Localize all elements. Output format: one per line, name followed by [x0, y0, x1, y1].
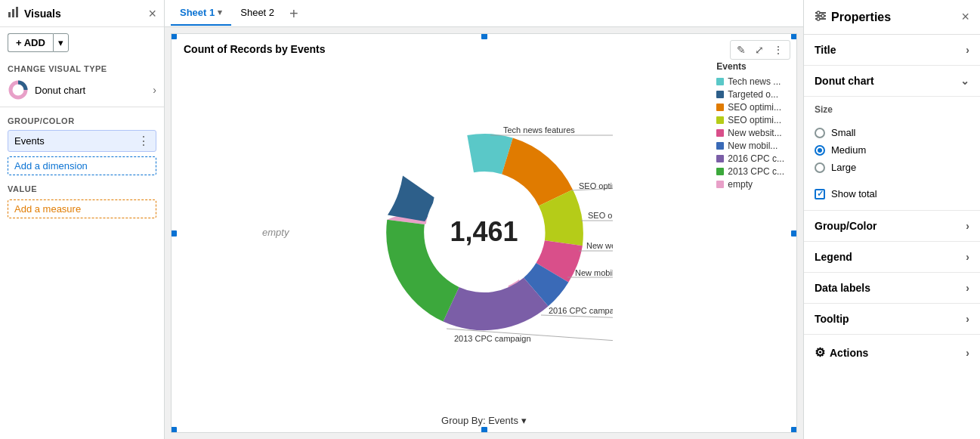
group-color-label: GROUP/COLOR: [0, 110, 164, 128]
size-medium-row[interactable]: Medium: [815, 144, 969, 156]
svg-point-23: [817, 17, 820, 20]
visual-type-left: Donut chart: [8, 79, 85, 100]
prop-chevron-actions-icon: ›: [966, 347, 969, 359]
tabs-bar: Sheet 1 ▾ Sheet 2 +: [165, 0, 803, 27]
size-small-row[interactable]: Small: [815, 127, 969, 138]
tab-sheet-1[interactable]: Sheet 1 ▾: [171, 1, 231, 26]
size-label: Size: [815, 104, 969, 115]
size-medium-label: Medium: [831, 144, 866, 156]
donut-inner-circle: [425, 173, 543, 291]
right-panel: Properties × Title › Donut chart ⌄ Size …: [803, 0, 980, 439]
svg-text:2016 CPC campaign: 2016 CPC campaign: [549, 306, 613, 315]
donut-chart-icon: [8, 79, 29, 100]
svg-rect-2: [16, 7, 18, 17]
group-by-caret-icon[interactable]: ▾: [521, 415, 527, 426]
svg-text:New website promo: New website promo: [586, 241, 613, 250]
tab-sheet-2[interactable]: Sheet 2: [231, 1, 283, 26]
actions-icon: ⚙: [815, 345, 825, 360]
visual-type-row[interactable]: Donut chart ›: [0, 76, 164, 104]
prop-section-data-labels: Data labels ›: [804, 273, 980, 304]
svg-rect-1: [12, 9, 14, 17]
add-button-group: + ADD ▾: [8, 33, 156, 52]
svg-text:2013 CPC campaign: 2013 CPC campaign: [454, 334, 531, 343]
show-total-row[interactable]: ✓ Show total: [815, 185, 969, 202]
prop-section-group-color-header[interactable]: Group/Color ›: [804, 211, 980, 241]
left-panel-header: Visuals ×: [0, 0, 164, 27]
prop-section-data-labels-header[interactable]: Data labels ›: [804, 273, 980, 303]
resize-handle-bm[interactable]: [481, 427, 487, 433]
show-total-checkbox[interactable]: ✓: [815, 189, 825, 199]
tab-add-button[interactable]: +: [283, 6, 305, 21]
add-button[interactable]: + ADD: [8, 33, 53, 52]
checkbox-check-icon: ✓: [817, 189, 824, 199]
actions-label: Actions: [830, 347, 868, 359]
size-large-label: Large: [831, 162, 856, 173]
properties-icon: [815, 10, 827, 25]
show-total-label: Show total: [831, 188, 877, 199]
prop-chevron-tooltip-icon: ›: [966, 313, 969, 325]
resize-handle-tl[interactable]: [171, 33, 177, 39]
value-label: VALUE: [0, 178, 164, 196]
prop-section-title-header[interactable]: Title ›: [804, 35, 980, 65]
empty-chart-label: empty: [262, 226, 289, 237]
main-area: Sheet 1 ▾ Sheet 2 + Count of Records by …: [165, 0, 803, 439]
events-field-pill[interactable]: Events ⋮: [8, 130, 156, 152]
prop-section-legend: Legend ›: [804, 242, 980, 273]
prop-chevron-data-labels-icon: ›: [966, 282, 969, 294]
svg-point-21: [817, 11, 820, 14]
svg-text:SEO optimization v2: SEO optimization v2: [579, 181, 613, 190]
change-visual-type-label: CHANGE VISUAL TYPE: [0, 58, 164, 76]
chart-container: Count of Records by Events ✎ ⤢ ⋮ Events …: [171, 33, 797, 433]
divider-1: [0, 107, 164, 107]
left-panel: Visuals × + ADD ▾ CHANGE VISUAL TYPE Don…: [0, 0, 165, 439]
right-panel-header: Properties ×: [804, 0, 980, 35]
visuals-icon: [8, 6, 20, 20]
resize-handle-tm[interactable]: [481, 33, 487, 39]
resize-handle-tr[interactable]: [791, 33, 797, 39]
left-panel-close-button[interactable]: ×: [148, 7, 156, 20]
prop-section-donut: Donut chart ⌄ Size Small Medium Large: [804, 66, 980, 211]
chart-content: Tech news features SEO optimization v2 S…: [172, 55, 796, 408]
add-caret-button[interactable]: ▾: [53, 33, 69, 52]
size-small-label: Small: [831, 127, 856, 138]
prop-section-tooltip-header[interactable]: Tooltip ›: [804, 304, 980, 334]
add-measure-button[interactable]: Add a measure: [8, 199, 156, 218]
svg-text:SEO optimization v1: SEO optimization v1: [588, 211, 613, 220]
donut-segment-targeted[interactable]: [388, 175, 434, 221]
left-panel-title: Visuals: [8, 6, 61, 20]
prop-section-title: Title ›: [804, 35, 980, 66]
tab-sheet-1-caret-icon[interactable]: ▾: [218, 8, 222, 17]
field-pill-menu-button[interactable]: ⋮: [138, 134, 150, 148]
group-by-label: Group By: Events: [441, 415, 518, 426]
right-panel-title: Properties: [815, 10, 891, 25]
add-dimension-button[interactable]: Add a dimension: [8, 156, 156, 175]
prop-chevron-title-icon: ›: [966, 44, 969, 56]
resize-handle-br[interactable]: [791, 427, 797, 433]
donut-svg: Tech news features SEO optimization v2 S…: [356, 104, 613, 360]
actions-left: ⚙ Actions: [815, 345, 868, 360]
prop-chevron-legend-icon: ›: [966, 251, 969, 263]
radio-large[interactable]: [815, 162, 825, 173]
size-large-row[interactable]: Large: [815, 162, 969, 173]
donut-wrapper: Tech news features SEO optimization v2 S…: [356, 104, 613, 360]
svg-text:Tech news features: Tech news features: [503, 125, 575, 134]
prop-chevron-group-icon: ›: [966, 220, 969, 232]
right-panel-close-button[interactable]: ×: [961, 9, 969, 25]
svg-point-22: [821, 14, 824, 17]
prop-section-tooltip: Tooltip ›: [804, 304, 980, 335]
field-pill-label: Events: [14, 135, 45, 147]
prop-section-group-color: Group/Color ›: [804, 211, 980, 242]
radio-small[interactable]: [815, 128, 825, 138]
svg-line-14: [541, 315, 613, 323]
visual-type-label: Donut chart: [35, 85, 85, 96]
radio-medium[interactable]: [815, 145, 825, 156]
prop-chevron-donut-icon: ⌄: [960, 75, 969, 87]
svg-rect-0: [8, 12, 11, 17]
resize-handle-bl[interactable]: [171, 427, 177, 433]
actions-row[interactable]: ⚙ Actions ›: [804, 335, 980, 370]
visual-type-chevron-right-icon: ›: [153, 84, 156, 96]
group-by-bar: Group By: Events ▾: [441, 415, 527, 426]
prop-section-donut-header[interactable]: Donut chart ⌄: [804, 66, 980, 97]
prop-donut-body: Size Small Medium Large ✓: [804, 97, 980, 210]
prop-section-legend-header[interactable]: Legend ›: [804, 242, 980, 272]
